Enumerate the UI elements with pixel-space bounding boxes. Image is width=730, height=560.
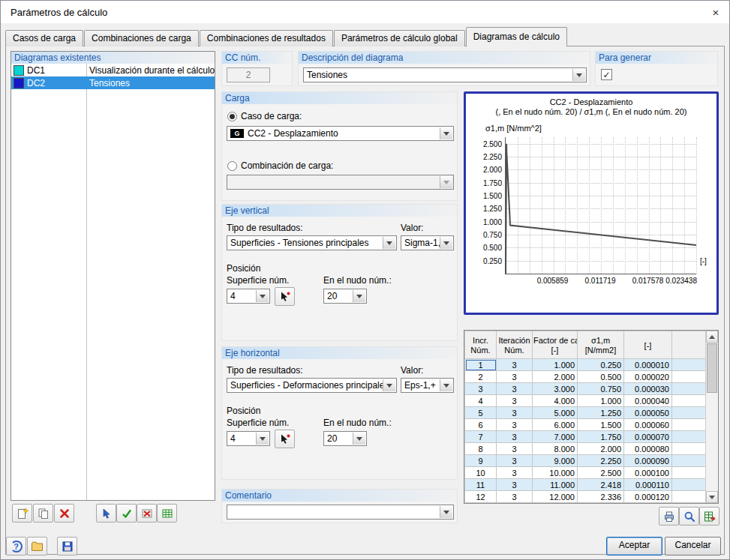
result-row[interactable]: 232.0000.5000.000020	[465, 371, 707, 383]
load-case-combobox[interactable]: GCC2 - Desplazamiento	[227, 126, 454, 141]
generate-table-button[interactable]	[157, 504, 177, 523]
result-cell: 11.000	[533, 479, 578, 491]
load-case-radio[interactable]	[227, 112, 237, 121]
tab-combinaciones-de-resultados[interactable]: Combinaciones de resultados	[200, 30, 333, 46]
result-row[interactable]: 939.0002.2500.000090	[465, 455, 707, 467]
chevron-down-icon[interactable]	[353, 433, 365, 445]
v-surface-pick-button[interactable]	[275, 287, 295, 306]
zoom-chart-button[interactable]	[679, 507, 699, 526]
accept-button[interactable]: Aceptar	[606, 537, 662, 556]
result-cell: 10.000	[533, 467, 578, 479]
tab-diagramas-de-calculo[interactable]: Diagramas de cálculo	[466, 27, 567, 46]
chevron-down-icon[interactable]	[440, 237, 452, 249]
result-cell	[672, 431, 707, 443]
result-row[interactable]: 636.0001.5000.000060	[465, 419, 707, 431]
table-scrollbar[interactable]	[705, 331, 718, 503]
pick-diagram-button[interactable]	[96, 504, 116, 523]
chevron-down-icon[interactable]	[440, 127, 452, 139]
result-row[interactable]: 737.0001.7500.000070	[465, 431, 707, 443]
result-row[interactable]: 434.0001.0000.000040	[465, 395, 707, 407]
y-tick-label: 1.000	[470, 218, 502, 226]
result-row[interactable]: 838.0002.0000.000080	[465, 443, 707, 455]
column-header: [-]	[624, 331, 672, 359]
result-cell	[672, 371, 707, 383]
h-surface-combobox[interactable]: 4	[227, 431, 270, 446]
h-node-value: 20	[327, 433, 337, 444]
table-green-icon	[161, 508, 173, 520]
cancel-button[interactable]: Cancelar	[665, 537, 721, 556]
chevron-down-icon[interactable]	[353, 290, 365, 302]
result-cell: 1.250	[578, 407, 624, 419]
vertical-axis-group: Eje vertical Tipo de resultados: Valor: …	[221, 204, 458, 341]
open-button[interactable]	[27, 537, 47, 556]
comment-combobox[interactable]	[227, 505, 454, 520]
export-excel-button[interactable]	[699, 507, 719, 526]
result-cell: 3	[497, 443, 533, 455]
h-node-combobox[interactable]: 20	[323, 431, 367, 446]
h-surface-pick-button[interactable]	[275, 430, 295, 448]
diagram-list-item[interactable]: DC1Visualización durante el cálculo	[11, 64, 215, 76]
scroll-down-icon[interactable]	[706, 491, 718, 503]
tab-parametros-de-calculo-global[interactable]: Parámetros de cálculo global	[334, 30, 465, 46]
result-row[interactable]: 10310.0002.5000.000100	[465, 467, 707, 479]
close-icon[interactable]: ×	[702, 1, 729, 23]
check-values-button[interactable]	[116, 504, 137, 523]
result-row[interactable]: 11311.0002.4180.000110	[465, 479, 707, 491]
result-cell: 0.000090	[624, 455, 672, 467]
load-header: Carga	[222, 92, 457, 104]
h-surface-value: 4	[230, 433, 236, 444]
delete-values-button[interactable]	[137, 504, 157, 523]
result-cell: 3	[497, 431, 533, 443]
scroll-up-icon[interactable]	[706, 331, 718, 343]
chevron-down-icon[interactable]	[440, 379, 452, 391]
result-cell: 0.000070	[624, 431, 672, 443]
result-row[interactable]: 535.0001.2500.000050	[465, 407, 707, 419]
result-cell: 2	[465, 371, 497, 383]
tab-casos-de-carga[interactable]: Casos de carga	[5, 30, 83, 46]
result-cell: 2.250	[578, 455, 624, 467]
chart-plot-area	[505, 137, 696, 274]
v-result-type-combobox[interactable]: Superficies - Tensiones principales	[227, 235, 397, 250]
result-cell: 6	[465, 419, 497, 431]
new-diagram-button[interactable]	[12, 504, 32, 523]
y-tick-label: 0.250	[470, 257, 502, 265]
comment-group: Comentario	[221, 489, 458, 523]
chevron-down-icon[interactable]	[383, 379, 395, 391]
diagram-list-item[interactable]: DC2Tensiones	[11, 76, 215, 89]
save-button[interactable]	[57, 537, 77, 556]
result-cell	[672, 407, 707, 419]
x-tick-label: 0.005859	[529, 277, 577, 285]
horizontal-axis-group: Eje horizontal Tipo de resultados: Valor…	[221, 346, 458, 480]
chevron-down-icon[interactable]	[383, 237, 395, 249]
result-cell: 3	[497, 359, 533, 371]
copy-diagram-button[interactable]	[33, 504, 53, 523]
graphic-pick-icon	[279, 433, 291, 445]
v-value-combobox[interactable]: Sigma-1,m	[401, 235, 454, 250]
help-button[interactable]: ?	[6, 537, 26, 556]
y-tick-label: 0.750	[470, 231, 502, 239]
chevron-down-icon[interactable]	[256, 433, 269, 445]
v-surface-combobox[interactable]: 4	[227, 289, 270, 304]
chevron-down-icon[interactable]	[572, 69, 585, 81]
result-row[interactable]: 12312.0002.3360.000120	[465, 491, 707, 503]
v-result-type-value: Superficies - Tensiones principales	[230, 238, 369, 248]
result-cell: 2.000	[578, 443, 624, 455]
h-result-type-combobox[interactable]: Superficies - Deformaciones principale:	[227, 378, 397, 393]
print-chart-button[interactable]	[659, 507, 679, 526]
v-node-combobox[interactable]: 20	[323, 289, 367, 304]
h-value-combobox[interactable]: Eps-1,+	[401, 378, 454, 393]
generate-checkbox[interactable]: ✓	[601, 69, 612, 80]
result-row[interactable]: 131.0000.2500.000010	[465, 359, 707, 371]
description-combobox[interactable]: Tensiones	[303, 67, 587, 82]
result-cell: 8.000	[533, 443, 578, 455]
help-icon: ?	[11, 541, 23, 553]
chevron-down-icon[interactable]	[440, 506, 452, 518]
load-combination-radio[interactable]	[227, 161, 237, 171]
scrollbar-thumb[interactable]	[707, 343, 717, 393]
tab-combinaciones-de-carga[interactable]: Combinaciones de carga	[84, 30, 199, 46]
diagram-id-cell: DC2	[11, 78, 86, 88]
result-cell: 3.000	[533, 383, 578, 395]
result-row[interactable]: 333.0000.7500.000030	[465, 383, 707, 395]
chevron-down-icon[interactable]	[256, 290, 269, 302]
delete-diagram-button[interactable]	[54, 504, 74, 523]
